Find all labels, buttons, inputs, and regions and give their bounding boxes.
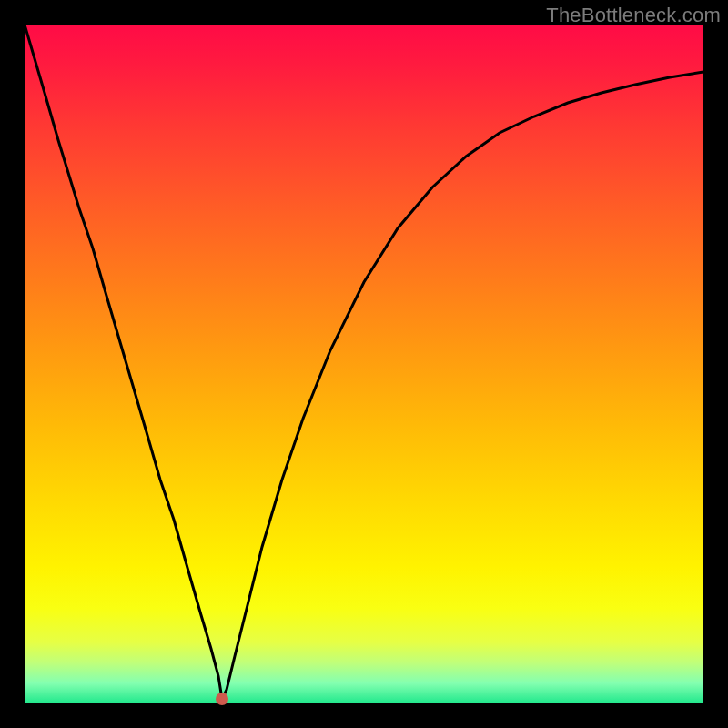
optimal-marker <box>216 693 228 705</box>
plot-area <box>25 25 703 703</box>
curve-path <box>25 25 703 699</box>
watermark-text: TheBottleneck.com <box>546 4 721 27</box>
chart-frame: TheBottleneck.com <box>0 0 728 728</box>
bottleneck-curve <box>25 25 703 703</box>
